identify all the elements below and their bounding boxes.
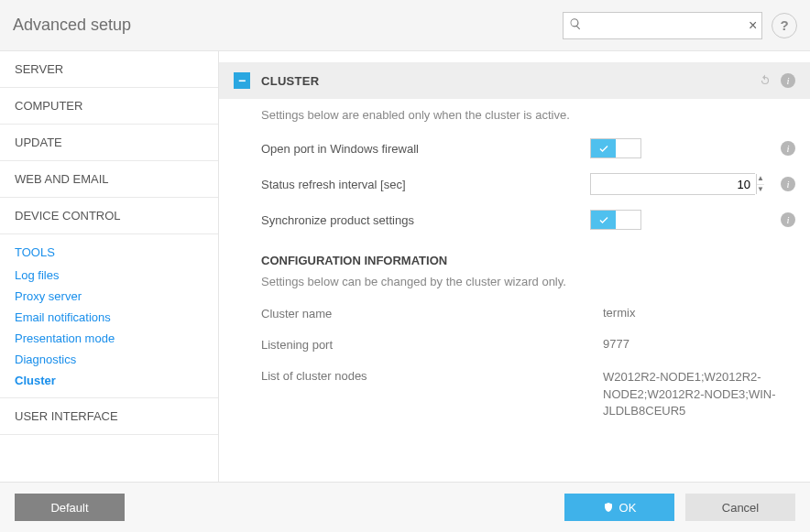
row-listening-port: Listening port 9777 <box>219 329 810 360</box>
row-cluster-name: Cluster name termix <box>219 298 810 329</box>
sidebar-item-update[interactable]: UPDATE <box>0 125 218 161</box>
toggle-open-port[interactable] <box>590 138 641 158</box>
spin-up-icon[interactable]: ▲ <box>757 174 764 185</box>
sidebar-item-user-interface[interactable]: USER INTERFACE <box>0 398 218 435</box>
check-icon <box>591 139 616 157</box>
sidebar-sub-proxy[interactable]: Proxy server <box>0 286 218 307</box>
header-bar: Advanced setup × ? <box>0 0 810 51</box>
sidebar-item-server[interactable]: SERVER <box>0 51 218 88</box>
sidebar-sub-diagnostics[interactable]: Diagnostics <box>0 349 218 370</box>
sidebar-sub-cluster[interactable]: Cluster <box>0 370 218 391</box>
label-nodes: List of cluster nodes <box>261 369 603 383</box>
sidebar: SERVER COMPUTER UPDATE WEB AND EMAIL DEV… <box>0 51 219 482</box>
value-listening-port: 9777 <box>603 336 795 353</box>
reset-icon[interactable] <box>759 74 772 87</box>
content-area: − CLUSTER i Settings below are enabled o… <box>219 51 810 482</box>
sidebar-item-tools[interactable]: TOOLS <box>0 234 218 265</box>
info-icon[interactable]: i <box>781 73 795 88</box>
label-sync: Synchronize product settings <box>261 213 590 227</box>
shield-icon <box>603 501 614 514</box>
help-button[interactable]: ? <box>772 13 797 38</box>
label-cluster-name: Cluster name <box>261 307 603 320</box>
value-cluster-name: termix <box>603 305 795 321</box>
search-input[interactable] <box>582 18 747 32</box>
check-icon <box>591 211 616 229</box>
spin-down-icon[interactable]: ▼ <box>757 185 764 195</box>
section-header-cluster: − CLUSTER i <box>219 62 810 99</box>
row-nodes: List of cluster nodes W2012R2-NODE1;W201… <box>219 360 810 427</box>
row-sync: Synchronize product settings i <box>219 202 810 237</box>
refresh-input[interactable] <box>591 174 756 194</box>
sidebar-item-web-email[interactable]: WEB AND EMAIL <box>0 161 218 198</box>
cluster-note: Settings below are enabled only when the… <box>219 99 810 131</box>
subheading-config-info: CONFIGURATION INFORMATION <box>219 237 810 275</box>
ok-button[interactable]: OK <box>564 494 674 521</box>
toggle-sync[interactable] <box>590 210 641 230</box>
info-icon[interactable]: i <box>781 141 795 156</box>
label-open-port: Open port in Windows firewall <box>261 142 590 156</box>
value-nodes: W2012R2-NODE1;W2012R2-NODE2;W2012R2-NODE… <box>603 369 795 419</box>
section-title-cluster: CLUSTER <box>261 74 748 88</box>
sidebar-sub-presentation[interactable]: Presentation mode <box>0 328 218 349</box>
info-icon[interactable]: i <box>781 177 795 191</box>
footer-bar: Default OK Cancel <box>0 482 810 532</box>
default-button[interactable]: Default <box>15 494 125 521</box>
row-open-port: Open port in Windows firewall i <box>219 131 810 166</box>
label-listening-port: Listening port <box>261 338 603 352</box>
sidebar-sub-email-notif[interactable]: Email notifications <box>0 307 218 328</box>
page-title: Advanced setup <box>13 16 131 35</box>
header-right: × ? <box>563 12 797 39</box>
sidebar-sub-log-files[interactable]: Log files <box>0 265 218 286</box>
collapse-icon[interactable]: − <box>234 72 250 89</box>
label-refresh: Status refresh interval [sec] <box>261 178 590 191</box>
info-icon[interactable]: i <box>781 212 795 227</box>
search-box[interactable]: × <box>563 12 762 39</box>
cancel-button[interactable]: Cancel <box>685 494 795 521</box>
refresh-spinner[interactable]: ▲ ▼ <box>590 173 755 195</box>
config-note: Settings below can be changed by the clu… <box>219 275 810 298</box>
sidebar-item-computer[interactable]: COMPUTER <box>0 88 218 125</box>
row-refresh-interval: Status refresh interval [sec] ▲ ▼ i <box>219 166 810 202</box>
search-icon <box>569 17 582 33</box>
ok-label: OK <box>619 501 637 515</box>
sidebar-item-device-control[interactable]: DEVICE CONTROL <box>0 198 218 234</box>
clear-search-icon[interactable]: × <box>747 17 759 34</box>
